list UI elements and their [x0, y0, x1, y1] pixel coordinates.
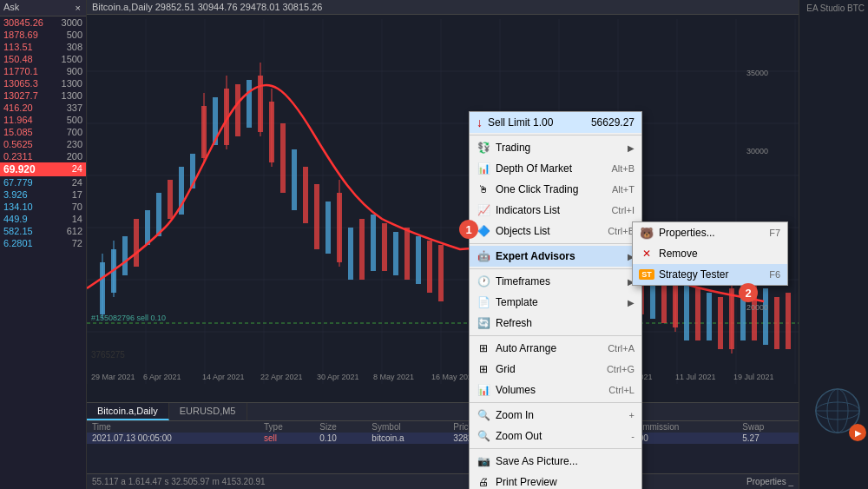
bid-price-2: 3.926	[3, 189, 28, 200]
svg-rect-55	[404, 228, 410, 280]
menu-item-print-preview[interactable]: 🖨 Print Preview	[470, 472, 641, 489]
oneclick-label: One Click Trading	[496, 183, 607, 195]
save-picture-label: Save As Picture...	[496, 455, 635, 467]
menu-item-zoom-out[interactable]: 🔍 Zoom Out -	[470, 426, 641, 446]
svg-text:35000: 35000	[746, 69, 768, 77]
play-button[interactable]: ▶	[849, 424, 866, 441]
svg-rect-43	[280, 123, 286, 193]
order-row-bid-6: 6.2801 72	[0, 237, 86, 249]
ask-vol-11: 230	[67, 139, 82, 149]
status-text: 55.117 a 1.614.47 s 32.505.97 m 4153.20.…	[92, 477, 266, 486]
order-row-bid-5: 582.15 612	[0, 225, 86, 237]
svg-rect-56	[416, 236, 421, 284]
menu-divider-5	[470, 402, 641, 403]
ea-properties-label: Properties...	[659, 227, 764, 239]
menu-item-save-picture[interactable]: 📷 Save As Picture...	[470, 451, 641, 472]
menu-item-expert-advisors[interactable]: 🤖 Expert Advisors ▶	[470, 246, 641, 267]
bid-price-6: 6.2801	[3, 238, 33, 248]
svg-rect-74	[763, 288, 768, 345]
ask-price-4: 150.48	[3, 54, 33, 64]
submenu-item-ea-properties[interactable]: 🐻 Properties... F7	[633, 222, 787, 243]
tab-bitcoina-daily[interactable]: Bitcoin.a,Daily	[87, 403, 169, 420]
menu-item-depth[interactable]: 📊 Depth Of Market Alt+B	[470, 158, 641, 179]
ea-submenu: 🐻 Properties... F7 ✕ Remove ST Strategy …	[632, 221, 788, 286]
table-row: 2021.07.13 00:05:00 sell 0.10 bitcoin.a …	[87, 433, 799, 444]
refresh-icon: 🔄	[477, 316, 490, 330]
svg-rect-51	[359, 219, 365, 280]
chart-title: Bitcoin.a,Daily 29852.51 30944.76 29478.…	[92, 2, 322, 12]
status-bar: 55.117 a 1.614.47 s 32.505.97 m 4153.20.…	[87, 473, 799, 489]
right-panel: EA Studio BTC ▶	[799, 0, 868, 489]
order-row-ask-6: 13065.3 1300	[0, 77, 86, 89]
order-row-bid-1: 67.779 24	[0, 176, 86, 188]
print-preview-label: Print Preview	[496, 476, 635, 488]
svg-rect-38	[247, 80, 252, 128]
menu-header-value: 56629.27	[591, 116, 635, 129]
objects-label: Objects List	[496, 225, 602, 237]
menu-item-oneclick[interactable]: 🖱 One Click Trading Alt+T	[470, 179, 641, 200]
ask-price-6: 13065.3	[3, 78, 38, 89]
template-label: Template	[496, 296, 622, 308]
menu-item-grid[interactable]: ⊞ Grid Ctrl+G	[470, 359, 641, 380]
svg-rect-75	[774, 297, 779, 349]
ask-vol-3: 308	[67, 42, 82, 52]
left-panel-close[interactable]: ×	[74, 2, 82, 14]
ask-vol-5: 900	[67, 66, 82, 76]
right-panel-content: EA Studio BTC ▶	[799, 0, 868, 489]
menu-item-volumes[interactable]: 📊 Volumes Ctrl+L	[470, 380, 641, 400]
grid-shortcut: Ctrl+G	[607, 364, 635, 374]
tab-bar: Bitcoin.a,Daily EURUSD,M5	[87, 403, 799, 421]
bid-price-5: 582.15	[3, 226, 33, 236]
ask-vol-2: 500	[67, 30, 82, 40]
menu-header: ↓ Sell Limit 1.00 56629.27	[470, 112, 641, 133]
svg-text:22 Apr 2021: 22 Apr 2021	[260, 373, 303, 381]
submenu-item-ea-remove[interactable]: ✕ Remove	[633, 243, 787, 264]
svg-rect-54	[393, 232, 398, 275]
menu-divider-2	[470, 243, 641, 244]
tab-eurusd-m5[interactable]: EURUSD,M5	[169, 403, 247, 420]
context-menu: ↓ Sell Limit 1.00 56629.27 💱 Trading ▶ 📊…	[469, 111, 642, 489]
bid-vol-2: 17	[72, 189, 82, 200]
svg-rect-47	[326, 202, 331, 254]
menu-divider-4	[470, 335, 641, 336]
depth-shortcut: Alt+B	[611, 163, 635, 174]
svg-rect-68	[707, 293, 712, 340]
bid-vol-3: 70	[72, 202, 82, 212]
cell-swap: 5.27	[737, 433, 799, 444]
menu-item-auto-arrange[interactable]: ⊞ Auto Arrange Ctrl+A	[470, 338, 641, 359]
submenu-item-strategy-tester[interactable]: ST Strategy Tester F6	[633, 264, 787, 285]
print-preview-icon: 🖨	[477, 475, 490, 489]
svg-rect-46	[314, 184, 319, 249]
order-row-ask-11: 0.5625 230	[0, 138, 86, 150]
order-row-ask-4: 150.48 1500	[0, 53, 86, 65]
svg-rect-67	[695, 288, 700, 340]
template-icon: 📄	[477, 295, 490, 309]
order-row-bid-2: 3.926 17	[0, 188, 86, 201]
ask-vol-12: 200	[67, 151, 82, 162]
ask-vol-1: 3000	[62, 17, 82, 28]
play-icon: ▶	[855, 428, 862, 438]
svg-rect-27	[145, 210, 150, 245]
volumes-icon: 📊	[477, 383, 490, 397]
menu-divider-top	[470, 135, 641, 135]
menu-item-objects[interactable]: 🔷 Objects List Ctrl+B	[470, 221, 641, 241]
objects-shortcut: Ctrl+B	[608, 226, 635, 236]
order-row-ask-10: 15.085 700	[0, 126, 86, 138]
table-header-row: Time Type Size Symbol Price Price Commis…	[87, 421, 799, 433]
annotation-2: 2	[739, 283, 758, 302]
menu-item-trading[interactable]: 💱 Trading ▶	[470, 137, 641, 158]
svg-rect-57	[427, 241, 432, 293]
menu-item-refresh[interactable]: 🔄 Refresh	[470, 313, 641, 334]
properties-status[interactable]: Properties _	[746, 477, 793, 486]
ask-price-7: 13027.7	[3, 90, 38, 101]
menu-item-indicators[interactable]: 📈 Indicators List Ctrl+I	[470, 200, 641, 221]
ask-price-3: 113.51	[3, 42, 33, 52]
volumes-label: Volumes	[496, 384, 603, 396]
menu-header-label: Sell Limit 1.00	[488, 116, 553, 129]
order-row-ask-7: 13027.7 1300	[0, 89, 86, 102]
menu-item-zoom-in[interactable]: 🔍 Zoom In +	[470, 405, 641, 426]
menu-item-timeframes[interactable]: 🕐 Timeframes ▶	[470, 271, 641, 292]
menu-item-template[interactable]: 📄 Template ▶	[470, 292, 641, 313]
svg-rect-76	[786, 293, 791, 349]
main-container: Ask × 30845.26 3000 1878.69 500 113.51 3…	[0, 0, 868, 489]
